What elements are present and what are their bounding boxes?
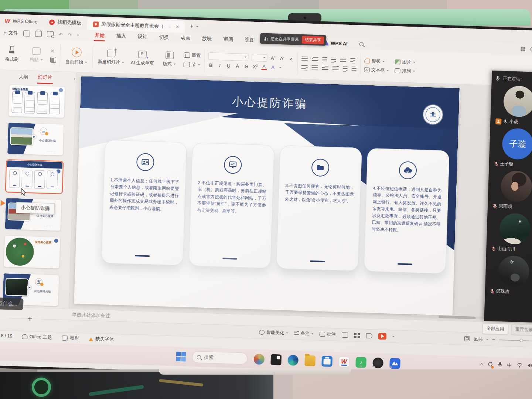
tab-outline[interactable]: 大纲: [18, 71, 29, 83]
sync-icon[interactable]: [487, 361, 493, 368]
fit-slide-icon[interactable]: [464, 336, 470, 341]
ribbon-tab-item[interactable]: 动画: [180, 33, 191, 44]
strikethrough-button[interactable]: S: [243, 64, 249, 69]
paste-button[interactable]: 粘贴: [26, 46, 47, 64]
decrease-indent-icon[interactable]: [322, 57, 327, 62]
edge-icon[interactable]: [287, 355, 299, 366]
slide-thumbnail-8[interactable]: 8小心提防诈骗: [6, 160, 63, 193]
fraud-tip-card[interactable]: 3.不贪图任何便宜：无论何时何地，千万要保持警惕的心态，不要贪图意外之财，以免“…: [276, 145, 362, 271]
current-slide[interactable]: 小心提防诈骗 1.不泄露个人信息：任何线上线下平台索要个人信息，或者陌生网站要登…: [74, 76, 460, 316]
fraud-tip-card[interactable]: 1.不泄露个人信息：任何线上线下平台索要个人信息，或者陌生网站要登记银行卡或验证…: [101, 140, 187, 266]
slideshow-play-button[interactable]: [378, 332, 387, 340]
save-icon[interactable]: [23, 30, 30, 37]
participant[interactable]: 山山而川: [486, 212, 532, 253]
ribbon-search-icon[interactable]: [359, 42, 364, 46]
picture-button[interactable]: 图片: [395, 59, 416, 66]
italic-button[interactable]: I: [217, 63, 222, 69]
music-app-icon[interactable]: [372, 357, 383, 368]
normal-view-button[interactable]: [342, 332, 348, 338]
thumbnail-play-icon[interactable]: [0, 200, 8, 207]
chat-input-overlay[interactable]: 说点什么...: [0, 297, 23, 310]
redo-icon[interactable]: ↷: [68, 32, 72, 38]
meeting-app-icon[interactable]: [389, 358, 400, 369]
close-tab-icon[interactable]: ✕: [175, 24, 179, 29]
wps-home-tab[interactable]: W WPS Office: [0, 14, 44, 28]
theme-button[interactable]: Office 主题: [22, 334, 52, 341]
bullet-list-icon[interactable]: [301, 57, 308, 62]
beautify-button[interactable]: 智能美化: [259, 329, 288, 336]
tab-list-caret-icon[interactable]: [196, 26, 198, 28]
slide-sorter-view-button[interactable]: [354, 332, 360, 338]
collapse-panel-icon[interactable]: ‹: [74, 76, 75, 82]
clear-format-button[interactable]: ⌀: [288, 56, 294, 61]
line-spacing-icon[interactable]: [340, 58, 346, 63]
ribbon-tab-item[interactable]: 插入: [115, 31, 127, 42]
shadow-button[interactable]: A: [235, 64, 240, 69]
increase-font-button[interactable]: A+: [270, 55, 276, 61]
align-right-icon[interactable]: [322, 66, 328, 71]
qqmusic-icon[interactable]: ♪: [355, 357, 366, 368]
proofing-button[interactable]: 校对: [61, 335, 79, 341]
font-color-button[interactable]: A: [261, 64, 267, 70]
highlight-button[interactable]: A: [270, 65, 276, 70]
slide-thumbnail-10[interactable]: 10保持身心健康: [4, 236, 60, 269]
participant[interactable]: 思雨哦: [488, 170, 532, 211]
print-preview-icon[interactable]: [47, 31, 53, 37]
tab-wps-ai[interactable]: WPS AI: [324, 40, 348, 46]
arrange-button[interactable]: 排列: [395, 68, 415, 75]
horizontal-scroll-thumb[interactable]: [439, 316, 475, 319]
taskbar-search[interactable]: 搜索: [192, 351, 248, 365]
missing-font-button[interactable]: 缺失字体: [89, 335, 114, 342]
bold-button[interactable]: B: [208, 62, 214, 68]
font-size-select[interactable]: [252, 54, 267, 61]
quick-access-caret-icon[interactable]: [77, 34, 79, 37]
numbered-list-icon[interactable]: [312, 57, 318, 62]
workspace-grid-icon[interactable]: [521, 47, 525, 51]
participant[interactable]: 子璇王子璇: [489, 127, 532, 168]
all-apps-button[interactable]: 全部应用: [482, 323, 508, 335]
superscript-button[interactable]: X2: [252, 64, 258, 70]
layout-button[interactable]: 版式: [159, 50, 180, 68]
justify-icon[interactable]: [332, 66, 338, 72]
reset-background-button[interactable]: 重置背景: [511, 324, 532, 335]
slide-canvas[interactable]: 小心提防诈骗 1.不泄露个人信息：任何线上线下平台索要个人信息，或者陌生网站要登…: [69, 72, 532, 323]
ime-indicator[interactable]: 中: [507, 362, 512, 369]
wps-icon[interactable]: W: [338, 356, 349, 367]
taskview-icon[interactable]: [270, 354, 282, 365]
columns-icon[interactable]: [342, 66, 347, 71]
zoom-caret-icon[interactable]: [486, 339, 488, 341]
globe-icon[interactable]: [530, 47, 532, 51]
file-explorer-icon[interactable]: [304, 355, 316, 366]
slide-thumbnail-6[interactable]: 6消除安全隐患: [8, 85, 65, 118]
font-color-caret-icon[interactable]: [279, 67, 281, 69]
textbox-button[interactable]: 文本框: [364, 66, 389, 74]
new-tab-button[interactable]: +: [185, 20, 203, 33]
cut-icon[interactable]: ✕: [50, 48, 56, 54]
comment-button[interactable]: 批注: [320, 331, 336, 338]
align-left-icon[interactable]: [301, 65, 307, 71]
play-from-current-button[interactable]: 当页开始: [64, 46, 89, 66]
new-slide-button[interactable]: 新建幻灯片: [96, 48, 126, 66]
section-label[interactable]: 节: [191, 61, 196, 68]
zoom-level[interactable]: 85%: [474, 336, 482, 342]
store-icon[interactable]: [321, 356, 332, 367]
ribbon-tab-item[interactable]: 审阅: [222, 34, 234, 45]
copy-icon[interactable]: [50, 57, 56, 63]
doc-sync-icon[interactable]: ◌: [168, 24, 171, 29]
zoom-slider-thumb[interactable]: [519, 338, 523, 342]
paragraph-more-icon[interactable]: [351, 66, 356, 72]
ribbon-tab-active[interactable]: 开始: [94, 30, 106, 41]
slide-thumbnail-7[interactable]: 7三小心提防诈骗......: [7, 123, 64, 156]
ribbon-tab-item[interactable]: 视图: [244, 35, 256, 46]
ribbon-tab-item[interactable]: 切换: [158, 32, 170, 43]
reset-label[interactable]: 重置: [192, 52, 201, 59]
volume-icon[interactable]: [527, 363, 532, 369]
fraud-tip-card[interactable]: 2.不信非正规渠道：购买各类门票、车（机）票或商品时，要前往正规站点或官方授权的…: [189, 143, 274, 269]
start-button[interactable]: [176, 352, 186, 362]
text-direction-icon[interactable]: [350, 58, 355, 63]
format-painter-button[interactable]: 格式刷: [1, 45, 23, 64]
align-center-icon[interactable]: [311, 65, 318, 71]
print-icon[interactable]: [35, 31, 41, 37]
tray-mic-icon[interactable]: [498, 362, 502, 368]
font-name-select[interactable]: [208, 52, 249, 61]
